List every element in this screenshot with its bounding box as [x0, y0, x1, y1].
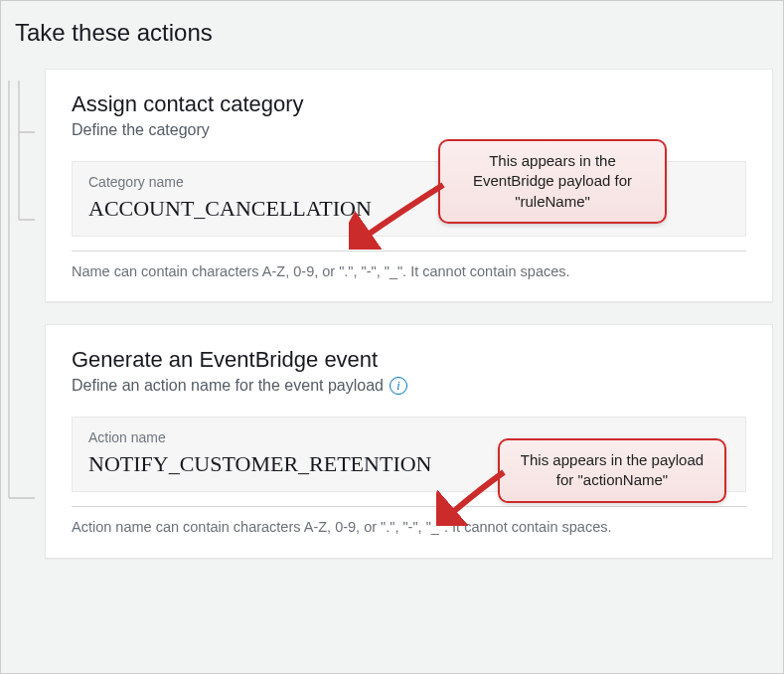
tree-connector — [1, 81, 35, 637]
page-title: Take these actions — [15, 19, 773, 47]
card-subtitle: Define the category — [72, 121, 746, 139]
callout-text: This appears in the EventBridge payload … — [473, 152, 632, 210]
card-subtitle-text: Define the category — [72, 121, 210, 139]
callout-actionname: This appears in the payload for "actionN… — [498, 438, 726, 503]
card-title: Assign contact category — [72, 91, 746, 117]
card-subtitle: Define an action name for the event payl… — [72, 377, 746, 395]
card-subtitle-text: Define an action name for the event payl… — [72, 377, 384, 395]
card-title: Generate an EventBridge event — [72, 347, 746, 373]
action-helper-text: Action name can contain characters A-Z, … — [72, 517, 746, 537]
category-helper-text: Name can contain characters A-Z, 0-9, or… — [72, 261, 746, 281]
divider — [72, 251, 746, 252]
callout-text: This appears in the payload for "actionN… — [521, 451, 704, 488]
callout-rulename: This appears in the EventBridge payload … — [438, 139, 667, 224]
divider — [72, 506, 746, 507]
info-icon[interactable]: i — [390, 377, 407, 395]
